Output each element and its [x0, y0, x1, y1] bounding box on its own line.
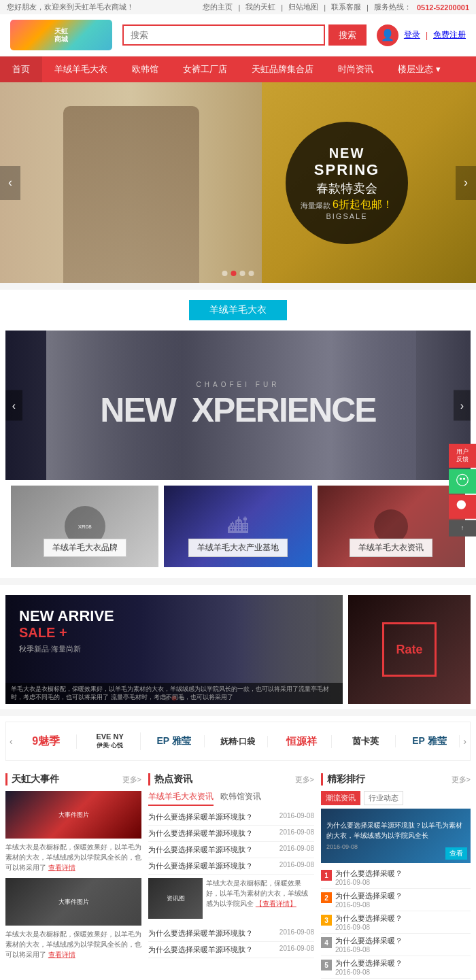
brand-item-3: EP 雅莹 [144, 735, 205, 747]
rank-featured: 为什么要选择采暖羊源环境肽？以羊毛为素材的大衣，羊绒绒感为以学院风全长 2016… [321, 809, 471, 863]
rank-date-1: 2016-09-08 [335, 879, 471, 886]
rank-item-4: 4 为什么要选择采暖？ 2016-09-08 [321, 934, 471, 956]
tianhu-img-1: 大事件图片 [5, 791, 141, 839]
hot-tabs: 羊绒羊毛大衣资讯 欧韩馆资讯 [148, 791, 314, 806]
hot-news-link-4[interactable]: 为什么要选择采暖羊源环境肽？ [148, 861, 276, 871]
hero-discount: 6折起包邮！ [333, 199, 393, 210]
nav-item-korean[interactable]: 欧韩馆 [120, 56, 171, 82]
dot-4[interactable] [249, 271, 254, 276]
hot-news-item-5: 为什么要选择采暖羊源环境肽？ 2016-09-08 [148, 926, 314, 942]
hot-more[interactable]: 更多> [295, 775, 314, 785]
rank-title: 精彩排行 [321, 773, 365, 785]
dot-1[interactable] [222, 271, 228, 276]
hot-news-date-6: 2016-09-08 [279, 945, 314, 955]
hot-news-date-4: 2016-09-08 [279, 861, 314, 871]
hot-news-item-4: 为什么要选择采暖羊源环境肽？ 2016-09-08 [148, 858, 314, 875]
hot-news-link-5[interactable]: 为什么要选择采暖羊源环境肽？ [148, 928, 276, 939]
nav-item-floor[interactable]: 楼层业态 ▾ [386, 56, 453, 82]
rank-header: 精彩排行 更多> [321, 773, 471, 785]
hot-news-link-6[interactable]: 为什么要选择采暖羊源环境肽？ [148, 945, 276, 955]
brand-next-arrow[interactable]: › [463, 736, 466, 747]
search-input[interactable] [122, 24, 325, 46]
top-link-map[interactable]: 归站地图 [288, 2, 318, 12]
register-link[interactable]: 免费注册 [433, 29, 466, 41]
top-link-contact[interactable]: 联系客服 [331, 2, 361, 12]
float-buttons: 用户反馈 ↑ [449, 443, 476, 536]
news-banner-left: NEW ARRIVE SALE + 秋季新品·海量尚新 羊毛大衣是衣橱标配，保暖… [5, 595, 343, 704]
rank-more[interactable]: 更多> [452, 775, 471, 785]
top-link-home[interactable]: 您的主页 [203, 2, 233, 12]
nav-item-cashmere[interactable]: 羊绒羊毛大衣 [42, 56, 120, 82]
float-wechat[interactable] [449, 469, 476, 494]
tianhu-title: 天虹大事件 [5, 773, 59, 785]
login-link[interactable]: 登录 [404, 29, 420, 41]
user-icon: 👤 [377, 24, 398, 46]
brand-logo-7: EP 雅莹 [403, 735, 456, 747]
rank-text-1: 为什么要选择采暖？ [335, 868, 471, 879]
hero-spring-text: SPRING [314, 161, 379, 179]
hot-tab-cashmere[interactable]: 羊绒羊毛大衣资讯 [148, 791, 214, 806]
float-user-feedback[interactable]: 用户反馈 [449, 443, 476, 467]
nav-item-news[interactable]: 时尚资讯 [326, 56, 386, 82]
top-bar-right: 您的主页 | 我的天虹 | 归站地图 | 联系客服 | 服务热线： 0512-5… [203, 2, 469, 12]
rank-qa-button[interactable]: 查看 [445, 847, 467, 860]
nav-item-pants[interactable]: 女裤工厂店 [171, 56, 239, 82]
hero-prev-arrow[interactable]: ‹ [0, 166, 20, 200]
hot-tab-korean[interactable]: 欧韩馆资讯 [220, 791, 261, 806]
grid-item-base[interactable]: 🏙 羊绒羊毛大衣产业基地 [164, 486, 311, 567]
hot-news-link-3[interactable]: 为什么要选择采暖羊源环境肽？ [148, 845, 276, 855]
cashmere-grid: XR08 羊绒羊毛大衣品牌 🏙 羊绒羊毛大衣产业基地 羊绒羊毛大衣资讯 [5, 480, 471, 573]
grid-item-info-label: 羊绒羊毛大衣资讯 [350, 539, 432, 557]
nav-item-brand[interactable]: 天虹品牌集合店 [239, 56, 326, 82]
cashmere-title-button[interactable]: 羊绒羊毛大衣 [189, 300, 287, 320]
float-back-top[interactable]: ↑ [449, 520, 476, 537]
grid-item-info[interactable]: 羊绒羊毛大衣资讯 [318, 486, 465, 567]
nav-item-home[interactable]: 首页 [0, 56, 42, 82]
hot-mini-link[interactable]: 【查看详情】 [256, 900, 296, 907]
hot-news-item-1: 为什么要选择采暖羊源环境肽？ 2016-09-08 [148, 809, 314, 826]
welcome-text: 您好朋友，欢迎来到天虹羊毛衣商城！ [7, 2, 134, 12]
brand-item-2: EVE NY伊美·心悦 [80, 732, 141, 750]
rank-tab-industry[interactable]: 行业动态 [364, 791, 403, 805]
rank-col: 精彩排行 更多> 潮流资讯 行业动态 为什么要选择采暖羊源环境肽？以羊毛为素材的… [321, 773, 471, 980]
hero-cn-title: 春款特卖会 [316, 180, 377, 197]
rank-date-2: 2016-09-08 [335, 901, 471, 909]
hot-mini-desc: 羊绒大衣是衣橱标配，保暖效果好，以羊毛为素材的大衣，羊绒绒感为以学院风全 【查看… [206, 878, 314, 922]
svg-point-0 [460, 477, 462, 479]
hero-next-arrow[interactable]: › [456, 166, 476, 200]
tianhu-desc-2: 羊绒大衣是衣橱标配，保暖效果好，以羊毛为素材的大衣，羊绒绒感为以学院风全长的，也… [5, 929, 141, 960]
rank-date-4: 2016-09-08 [335, 946, 471, 953]
rank-item-5: 5 为什么要选择采暖？ 2016-09-08 [321, 956, 471, 979]
brand-item-6: 茵卡英 [335, 735, 396, 747]
dot-2[interactable] [231, 271, 237, 276]
tianhu-more[interactable]: 更多> [122, 775, 141, 785]
dot-3[interactable] [240, 271, 245, 276]
cashmere-prev-arrow[interactable]: ‹ [5, 390, 22, 421]
hot-news-link-2[interactable]: 为什么要选择采暖羊源环境肽？ [148, 828, 276, 839]
hot-news-link-1[interactable]: 为什么要选择采暖羊源环境肽？ [148, 812, 276, 822]
search-area: 搜索 [122, 24, 367, 46]
news-subtitle: 秋季新品·海量尚新 [19, 644, 114, 654]
top-bar: 您好朋友，欢迎来到天虹羊毛衣商城！ 您的主页 | 我的天虹 | 归站地图 | 联… [0, 0, 476, 14]
tianhu-header: 天虹大事件 更多> [5, 773, 141, 785]
rank-tab-trend[interactable]: 潮流资讯 [321, 791, 360, 805]
rank-num-4: 4 [321, 937, 332, 948]
hot-news-item-3: 为什么要选择采暖羊源环境肽？ 2016-09-08 [148, 842, 314, 858]
tianhu-link-2[interactable]: 查看详情 [48, 951, 75, 958]
search-button[interactable]: 搜索 [328, 24, 367, 46]
cashmere-next-arrow[interactable]: › [454, 390, 471, 421]
brand-logo-1: 9魅季 [20, 734, 73, 749]
top-bar-left: 您好朋友，欢迎来到天虹羊毛衣商城！ [7, 2, 134, 12]
rank-featured-date: 2016-09-08 [326, 843, 465, 852]
hot-mini-img: 资讯图 [148, 878, 203, 919]
brand-prev-arrow[interactable]: ‹ [10, 736, 13, 747]
top-link-tianhu[interactable]: 我的天虹 [245, 2, 275, 12]
rank-num-2: 2 [321, 892, 332, 903]
hot-mini-news: 资讯图 羊绒大衣是衣橱标配，保暖效果好，以羊毛为素材的大衣，羊绒绒感为以学院风全… [148, 878, 314, 922]
tianhu-link-1[interactable]: 查看详情 [48, 864, 75, 871]
float-weibo[interactable] [449, 494, 476, 519]
hero-subtitle: 海量爆款 6折起包邮！ [301, 198, 393, 212]
logo-text: 天虹商城 [54, 27, 68, 44]
brand-carousel: ‹ 9魅季 EVE NY伊美·心悦 EP 雅莹 妩精·口袋 恒源祥 茵卡英 EP… [5, 722, 471, 761]
grid-item-brand[interactable]: XR08 羊绒羊毛大衣品牌 [11, 486, 158, 567]
